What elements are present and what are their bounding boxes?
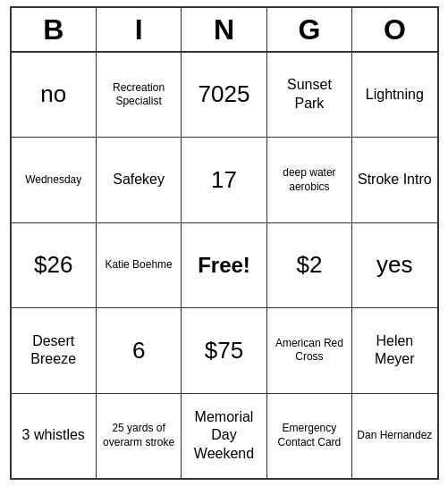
bingo-grid: noRecreation Specialist7025Sunset ParkLi… (12, 51, 437, 478)
bingo-cell-1-4: Stroke Intro (352, 138, 436, 222)
bingo-cell-3-0: Desert Breeze (12, 308, 97, 392)
bingo-cell-2-2: Free! (182, 223, 266, 307)
bingo-cell-0-2: 7025 (182, 53, 266, 137)
header-letter-b: B (12, 8, 97, 51)
bingo-row-1: WednesdaySafekey17deep water aerobicsStr… (12, 138, 437, 222)
bingo-cell-2-0: $26 (12, 223, 97, 307)
bingo-cell-4-0: 3 whistles (12, 394, 97, 478)
bingo-row-3: Desert Breeze6$75American Red CrossHelen… (12, 308, 437, 393)
bingo-cell-3-4: Helen Meyer (352, 308, 436, 392)
bingo-cell-1-3: deep water aerobics (267, 138, 352, 222)
bingo-row-0: noRecreation Specialist7025Sunset ParkLi… (12, 53, 437, 138)
bingo-header: BINGO (12, 8, 437, 51)
bingo-cell-1-2: 17 (182, 138, 266, 222)
bingo-cell-2-4: yes (352, 223, 436, 307)
bingo-cell-2-3: $2 (267, 223, 352, 307)
bingo-cell-3-3: American Red Cross (267, 308, 352, 392)
bingo-cell-4-4: Dan Hernandez (352, 394, 436, 478)
bingo-cell-3-1: 6 (97, 308, 182, 392)
bingo-cell-1-1: Safekey (97, 138, 182, 222)
bingo-cell-4-2: Memorial Day Weekend (182, 394, 266, 478)
bingo-card: BINGO noRecreation Specialist7025Sunset … (10, 6, 439, 480)
header-letter-i: I (97, 8, 182, 51)
bingo-cell-1-0: Wednesday (12, 138, 97, 222)
bingo-row-2: $26Katie BoehmeFree!$2yes (12, 223, 437, 308)
bingo-cell-0-3: Sunset Park (267, 53, 352, 137)
bingo-cell-3-2: $75 (182, 308, 266, 392)
bingo-cell-4-1: 25 yards of overarm stroke (97, 394, 182, 478)
header-letter-o: O (352, 8, 436, 51)
header-letter-g: G (267, 8, 352, 51)
bingo-cell-0-4: Lightning (352, 53, 436, 137)
bingo-cell-2-1: Katie Boehme (97, 223, 182, 307)
header-letter-n: N (182, 8, 266, 51)
bingo-row-4: 3 whistles25 yards of overarm strokeMemo… (12, 394, 437, 478)
bingo-cell-0-0: no (12, 53, 97, 137)
bingo-cell-4-3: Emergency Contact Card (267, 394, 352, 478)
bingo-cell-0-1: Recreation Specialist (97, 53, 182, 137)
